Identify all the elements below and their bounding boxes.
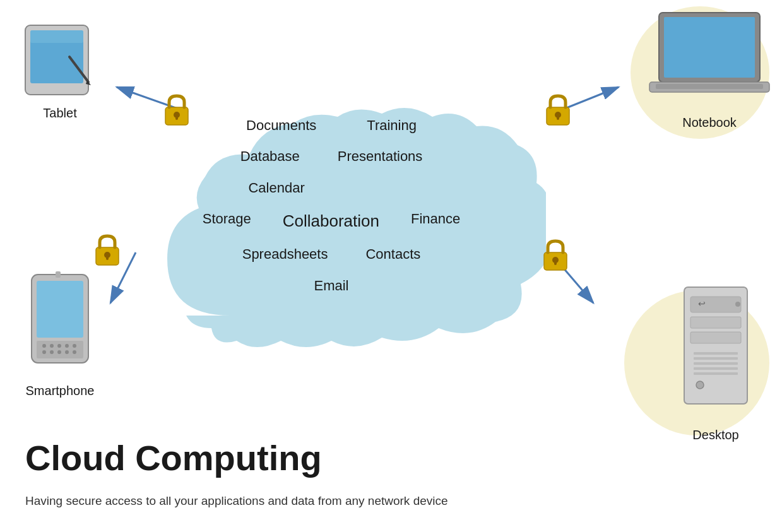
svg-point-45 <box>735 302 740 307</box>
svg-rect-47 <box>694 357 738 360</box>
svg-rect-14 <box>106 255 109 260</box>
svg-point-35 <box>42 350 46 354</box>
svg-rect-44 <box>690 332 741 343</box>
svg-point-37 <box>57 350 61 354</box>
svg-rect-43 <box>690 317 741 328</box>
word-spreadsheets: Spreadsheets <box>242 242 328 266</box>
notebook-label: Notebook <box>682 115 737 130</box>
svg-point-34 <box>73 344 76 348</box>
word-contacts: Contacts <box>365 242 420 266</box>
svg-rect-29 <box>37 341 83 358</box>
svg-point-51 <box>696 381 704 389</box>
lock-smartphone <box>93 233 121 268</box>
svg-point-33 <box>65 344 69 348</box>
device-desktop: ↩ Desktop <box>662 284 769 442</box>
svg-rect-24 <box>664 17 755 78</box>
word-documents: Documents <box>246 114 316 137</box>
svg-rect-49 <box>694 367 738 370</box>
svg-rect-48 <box>694 362 738 365</box>
svg-rect-28 <box>37 281 83 338</box>
device-smartphone: Smartphone <box>25 271 95 398</box>
svg-point-32 <box>57 344 61 348</box>
word-storage: Storage <box>203 207 251 235</box>
page-subtitle: Having secure access to all your applica… <box>25 494 448 508</box>
svg-point-39 <box>73 350 76 354</box>
lock-desktop <box>542 239 569 273</box>
word-calendar: Calendar <box>248 176 304 199</box>
svg-rect-11 <box>557 115 559 120</box>
word-collaboration: Collaboration <box>283 207 379 235</box>
lock-tablet <box>163 93 191 127</box>
device-tablet: Tablet <box>19 19 101 121</box>
device-notebook: Notebook <box>646 9 773 130</box>
lock-notebook <box>544 93 572 127</box>
svg-rect-40 <box>56 271 61 278</box>
word-email: Email <box>314 274 348 297</box>
svg-rect-50 <box>694 372 738 375</box>
svg-rect-26 <box>656 84 763 89</box>
svg-rect-46 <box>694 352 738 355</box>
svg-point-30 <box>42 344 46 348</box>
svg-rect-20 <box>30 30 83 43</box>
svg-rect-8 <box>175 115 178 120</box>
svg-point-36 <box>50 350 54 354</box>
word-database: Database <box>240 145 300 168</box>
svg-rect-17 <box>554 260 557 265</box>
desktop-label: Desktop <box>692 428 738 442</box>
smartphone-label: Smartphone <box>26 384 95 398</box>
page-title: Cloud Computing <box>25 437 322 478</box>
svg-point-31 <box>50 344 54 348</box>
word-training: Training <box>367 114 417 137</box>
tablet-label: Tablet <box>43 106 76 121</box>
svg-text:↩: ↩ <box>698 299 706 309</box>
word-presentations: Presentations <box>338 145 423 168</box>
svg-point-38 <box>65 350 69 354</box>
word-finance: Finance <box>411 207 460 235</box>
